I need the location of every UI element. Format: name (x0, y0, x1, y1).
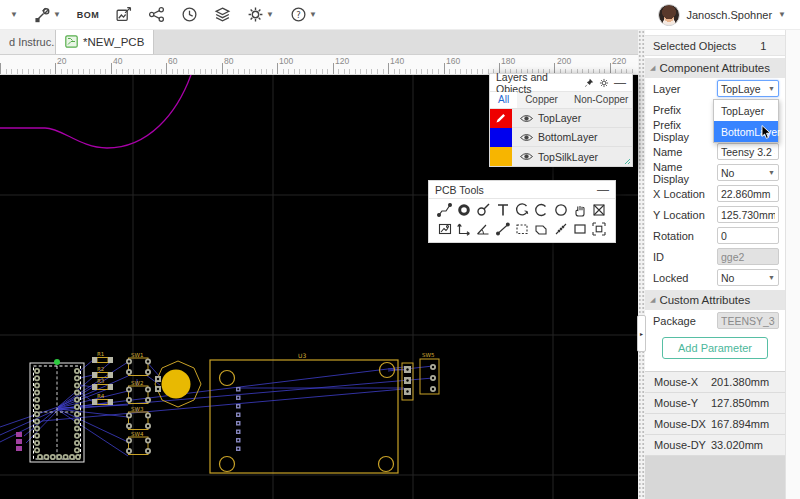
solid-region-tool-icon[interactable] (532, 221, 551, 237)
export-image-button[interactable] (109, 3, 138, 26)
tab-non-copper[interactable]: Non-Copper (566, 92, 632, 108)
layers-panel-titlebar[interactable]: Layers and Objects — (490, 74, 632, 92)
bom-button[interactable]: BOM (71, 7, 105, 23)
name-input[interactable] (717, 143, 779, 160)
table-row: Mouse-Y 127.850mm (645, 393, 785, 414)
share-button[interactable] (142, 3, 171, 26)
history-button[interactable] (175, 3, 204, 26)
layer-row-toplayer[interactable]: TopLayer (490, 109, 632, 128)
gear-icon[interactable] (599, 78, 609, 88)
text-tool-icon[interactable] (493, 202, 512, 218)
toplayer-color-swatch[interactable] (490, 109, 512, 128)
right-attributes-panel: Selected Objects 1 ◢ Component Attribute… (645, 30, 785, 499)
eye-icon[interactable] (520, 152, 533, 161)
y-location-input[interactable] (717, 206, 779, 223)
panel-empty-area (645, 456, 785, 499)
tab-instructions[interactable]: d Instruc... (0, 30, 56, 54)
pad-tool-icon[interactable] (454, 202, 473, 218)
document-tabbar: d Instruc... *NEW_PCB (0, 30, 638, 55)
tab-copper[interactable]: Copper (517, 92, 566, 108)
via-tool-icon[interactable] (474, 202, 493, 218)
attr-row-y-location: Y Location (645, 204, 785, 225)
attr-row-rotation: Rotation (645, 225, 785, 246)
bottomlayer-color-swatch[interactable] (490, 128, 512, 147)
image-tool-icon[interactable] (435, 221, 454, 237)
export-image-icon (115, 6, 132, 23)
ruler-measure-tool-icon[interactable] (551, 221, 570, 237)
share-icon (148, 6, 165, 23)
panel-resize-handle[interactable] (624, 158, 631, 165)
tools-icon (34, 6, 51, 23)
locked-select[interactable]: No ▼ (717, 269, 779, 286)
collapse-triangle-icon: ◢ (650, 64, 655, 72)
rotation-input[interactable] (717, 227, 779, 244)
edge-pads (16, 432, 22, 451)
dashed-region-tool-icon[interactable] (512, 221, 531, 237)
attr-row-name: Name (645, 141, 785, 162)
resistors: R1 R2 R3 R4 (92, 351, 113, 405)
svg-text:SW1: SW1 (131, 352, 143, 358)
settings-gear-icon (247, 6, 264, 23)
x-location-input[interactable] (717, 185, 779, 202)
footprint-move-tool-icon[interactable] (590, 221, 609, 237)
chevron-down-icon: ▼ (768, 169, 775, 176)
tab-new-pcb[interactable]: *NEW_PCB (56, 30, 154, 54)
layer-manager-button[interactable] (208, 3, 237, 26)
svg-text:SW2: SW2 (131, 380, 143, 386)
attr-row-x-location: X Location (645, 183, 785, 204)
minimize-icon[interactable]: — (597, 184, 609, 196)
track-tool-icon[interactable] (435, 202, 454, 218)
minimize-icon[interactable]: — (614, 77, 626, 89)
switches: SW1 SW2 SW3 SW4 (126, 352, 151, 455)
tab-all[interactable]: All (490, 92, 517, 108)
copper-area-tool-icon[interactable] (590, 202, 609, 218)
dip-pads (34, 368, 81, 460)
measure-tool-icon[interactable] (493, 221, 512, 237)
layer-dropdown-list: TopLayer BottomLayer (713, 99, 779, 143)
cut-off-dropdown-button[interactable]: ▼ (4, 8, 24, 22)
panel-splitter[interactable] (638, 30, 645, 499)
user-name[interactable]: Janosch.Spohner (686, 9, 772, 21)
layer-select[interactable]: TopLaye ▼ (717, 80, 779, 97)
custom-attributes-header[interactable]: ◢ Custom Attributes (645, 290, 785, 310)
collapse-triangle-icon: ◢ (650, 296, 655, 304)
eye-icon[interactable] (520, 114, 533, 123)
svg-text:SW3: SW3 (131, 406, 144, 412)
layer-option-bottomlayer[interactable]: BottomLayer (714, 121, 778, 142)
settings-menu-button[interactable]: ▼ (241, 3, 280, 26)
chevron-down-icon: ▼ (53, 11, 61, 19)
attr-row-locked: Locked No ▼ (645, 267, 785, 288)
eye-icon[interactable] (520, 133, 533, 142)
user-avatar[interactable] (658, 4, 680, 26)
attr-row-id: ID (645, 246, 785, 267)
svg-text:R3: R3 (97, 378, 105, 384)
circle-tool-icon[interactable] (551, 202, 570, 218)
arc-tool-icon[interactable] (532, 202, 551, 218)
pin-icon[interactable] (584, 78, 594, 88)
chevron-down-icon: ▼ (309, 11, 317, 19)
layer-option-toplayer[interactable]: TopLayer (714, 100, 778, 121)
right-scrollbar-track[interactable] (785, 30, 800, 499)
arc-ccw-tool-icon[interactable] (512, 202, 531, 218)
dimension-tool-icon[interactable] (454, 221, 473, 237)
table-row: Mouse-DX 167.894mm (645, 414, 785, 435)
help-menu-button[interactable]: ? ▼ (284, 3, 323, 26)
chevron-down-icon: ▼ (768, 274, 775, 281)
name-display-select[interactable]: No ▼ (717, 164, 779, 181)
panel-collapse-handle[interactable]: ▸ (637, 315, 646, 352)
help-icon: ? (290, 6, 307, 23)
layer-row-topsilklayer[interactable]: TopSilkLayer (490, 147, 632, 166)
svg-text:R4: R4 (97, 393, 105, 399)
layer-row-bottomlayer[interactable]: BottomLayer (490, 128, 632, 147)
tools-menu-button[interactable]: ▼ (28, 3, 67, 26)
topsilklayer-color-swatch[interactable] (490, 147, 512, 166)
drag-hand-tool-icon[interactable] (570, 202, 589, 218)
component-attributes-header[interactable]: ◢ Component Attributes (645, 58, 785, 78)
add-parameter-button[interactable]: Add Parameter (662, 337, 768, 359)
protractor-tool-icon[interactable] (474, 221, 493, 237)
rect-tool-icon[interactable] (570, 221, 589, 237)
top-toolbar: ▼ ▼ BOM (0, 0, 800, 30)
pcb-tools-titlebar[interactable]: PCB Tools — (429, 181, 615, 199)
chevron-down-icon[interactable]: ▼ (778, 11, 786, 19)
pcb-file-icon (65, 35, 78, 50)
